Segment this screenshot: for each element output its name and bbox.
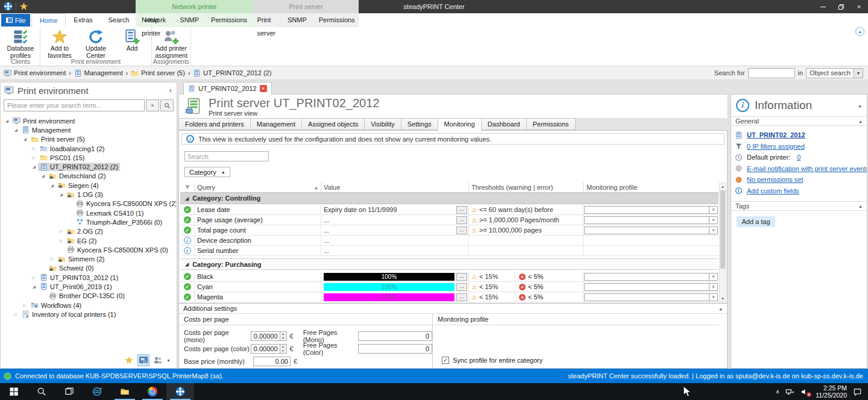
hidden-icons-chevron[interactable]: ∧ (776, 389, 780, 395)
start-button[interactable] (0, 383, 28, 400)
document-tab[interactable]: UT_PRINT02_2012 × (183, 82, 272, 95)
cost-input[interactable]: 0.00000▲▼ (251, 331, 287, 341)
free-pages-input[interactable]: 0 (358, 344, 432, 354)
volume-muted-icon[interactable] (800, 387, 810, 396)
table-row[interactable]: ✓Page usage (average)......⚠>= 1,000,000… (180, 215, 719, 225)
table-row[interactable]: iDevice description... (180, 236, 719, 246)
users-view-icon[interactable] (153, 355, 163, 365)
breadcrumb-item[interactable]: Print server (5) (131, 69, 185, 77)
tab-dashboard[interactable]: Dashboard (481, 118, 527, 130)
tree-item[interactable]: ▷Inventory of local printers (1) (1, 310, 176, 319)
tree-item[interactable]: ◢1.OG (3) (1, 190, 176, 199)
ribbon-button-add-to-favorites[interactable]: Add to favorites (42, 27, 78, 59)
tree-item[interactable]: Kyocera FS-C8500DN XPS (2) (1, 199, 176, 208)
tree-item[interactable]: Kyocera FS-C8500DN XPS (0) (1, 245, 176, 254)
tree-item[interactable]: ◢Management (1, 125, 176, 134)
ribbon-button-update-center[interactable]: Update Center (78, 27, 114, 59)
browse-button[interactable]: ... (456, 206, 467, 214)
info-item-link[interactable]: E-mail notification with print server ev… (747, 165, 867, 172)
steadyprint-app-icon[interactable] (166, 383, 194, 400)
tree-item[interactable]: ▷Workflows (4) (1, 301, 176, 310)
table-row[interactable]: ✓Cyan100%...⚠< 15%×< 5%∨ (180, 282, 719, 292)
info-item[interactable]: No permissions set (734, 174, 867, 186)
collapse-general-icon[interactable]: ▲ (858, 119, 863, 123)
action-center-icon[interactable] (853, 387, 862, 396)
tree-item[interactable]: ◢Deutschland (2) (1, 172, 176, 181)
info-item-link[interactable]: No permissions set (747, 176, 804, 183)
browse-button[interactable]: ... (456, 227, 467, 234)
tree-item[interactable]: ◢Siegen (4) (1, 181, 176, 190)
scroll-up-icon[interactable]: ▲ (720, 183, 726, 190)
add-tag-button[interactable]: Add a tag (737, 216, 775, 227)
tree-expander[interactable]: ◢ (12, 128, 20, 133)
monitoring-profile-dropdown[interactable]: ∨ (584, 227, 718, 234)
table-group-row[interactable]: ◢Category: Purchasing (180, 258, 719, 270)
cost-input[interactable]: 0.00000▲▼ (251, 344, 287, 354)
tree-item[interactable]: ◢UT_Print06_2019 (1) (1, 282, 176, 291)
collapse-panel-icon[interactable]: ▲ (858, 104, 862, 108)
tree-item[interactable]: Brother DCP-135C (0) (1, 292, 176, 301)
tab-settings[interactable]: Settings (401, 118, 438, 130)
tab-management[interactable]: Management (250, 118, 302, 130)
tree-expander[interactable]: ▷ (12, 312, 20, 317)
monitoring-profile-dropdown[interactable]: ∨ (584, 283, 718, 291)
ribbon-tab-home[interactable]: Home (31, 13, 66, 27)
info-item[interactable]: 0 IP filters assigned (734, 141, 867, 152)
tree-expander[interactable]: ▷ (30, 146, 38, 151)
restore-button[interactable] (832, 0, 850, 13)
tree-expander[interactable]: ◢ (3, 119, 11, 123)
tree-item[interactable]: ◢Print environment (1, 116, 176, 125)
tree-item[interactable]: Triumph-Adler_P3566i (0) (1, 217, 176, 227)
ribbon-tab-extras[interactable]: Extras (66, 13, 100, 27)
tree-item[interactable]: ▷Simmern (2) (1, 254, 176, 263)
info-item-link[interactable]: UT_PRINT02_2012 (747, 131, 805, 139)
breadcrumb-item[interactable]: UT_PRINT02_2012 (2) (193, 69, 271, 77)
collapse-panel-button[interactable]: ‹ (169, 86, 173, 95)
tab-folders-and-printers[interactable]: Folders and printers (178, 118, 251, 130)
breadcrumb-item[interactable]: Print environment (4, 69, 66, 77)
table-row[interactable]: ✓Black100%...⚠< 15%×< 5%∨ (180, 272, 719, 282)
collapse-group-icon[interactable]: ◢ (185, 196, 189, 201)
tree-item[interactable]: ◢UT_PRINT02_2012 (2) (1, 162, 176, 171)
minimize-button[interactable] (814, 0, 832, 13)
tree-expander[interactable]: ▷ (21, 303, 29, 308)
search-button[interactable] (160, 99, 174, 111)
free-pages-input[interactable]: 0 (358, 331, 432, 341)
taskbar-search-icon[interactable] (28, 383, 55, 400)
tree-expander[interactable]: ▷ (30, 155, 38, 160)
close-button[interactable]: × (850, 0, 868, 13)
tree-item[interactable]: ▷UT_PRINT03_2012 (1) (1, 273, 176, 282)
table-row[interactable]: ✓Magenta100%...⚠< 15%×< 5%∨ (180, 292, 719, 302)
collapse-tags-icon[interactable]: ▲ (858, 204, 863, 208)
collapse-section-icon[interactable]: ▲ (719, 307, 723, 311)
tree-item[interactable]: ▷PSC01 (15) (1, 153, 176, 162)
group-by-chip[interactable]: Category ▲ (184, 167, 230, 177)
browse-button[interactable]: ... (456, 283, 467, 291)
tree-expander[interactable]: ◢ (30, 284, 38, 289)
close-tab-icon[interactable]: × (260, 85, 267, 92)
column-header-thresholds[interactable]: Thresholds (warning | error) (469, 183, 583, 192)
info-item-link[interactable]: 0 (797, 154, 800, 161)
tree-item[interactable]: Schweiz (0) (1, 264, 176, 273)
table-scrollbar[interactable]: ▲ ▼ (719, 183, 726, 302)
global-search-input[interactable] (748, 68, 795, 78)
footer-more-dropdown[interactable]: ▼ (166, 358, 171, 363)
breadcrumb-item[interactable]: Management (74, 69, 123, 77)
favorites-star-icon[interactable] (124, 355, 134, 365)
tree-expander[interactable]: ▷ (48, 257, 56, 261)
tree-item[interactable]: ▷EG (2) (1, 236, 176, 245)
filter-icon[interactable] (180, 183, 195, 192)
file-explorer-icon[interactable] (111, 383, 139, 400)
tree-expander[interactable]: ◢ (57, 192, 65, 197)
ribbon-tab-snmp[interactable]: SNMP (174, 13, 205, 27)
tree-expander[interactable]: ▷ (57, 229, 65, 234)
sync-profile-checkbox[interactable]: ✓ (442, 357, 449, 364)
info-item[interactable]: Add custom fields (734, 186, 867, 197)
monitoring-profile-dropdown[interactable]: ∨ (584, 216, 718, 224)
ribbon-tab-permissions[interactable]: Permissions (205, 13, 253, 27)
ribbon-tab-print-server[interactable]: Print server (251, 13, 281, 27)
column-header-profile[interactable]: Monitoring profile (583, 183, 719, 192)
tree-item[interactable]: ▷2.OG (2) (1, 227, 176, 236)
ribbon-button-database-profiles[interactable]: Database profiles (2, 27, 39, 59)
spinner-control[interactable]: ▲▼ (280, 332, 286, 340)
